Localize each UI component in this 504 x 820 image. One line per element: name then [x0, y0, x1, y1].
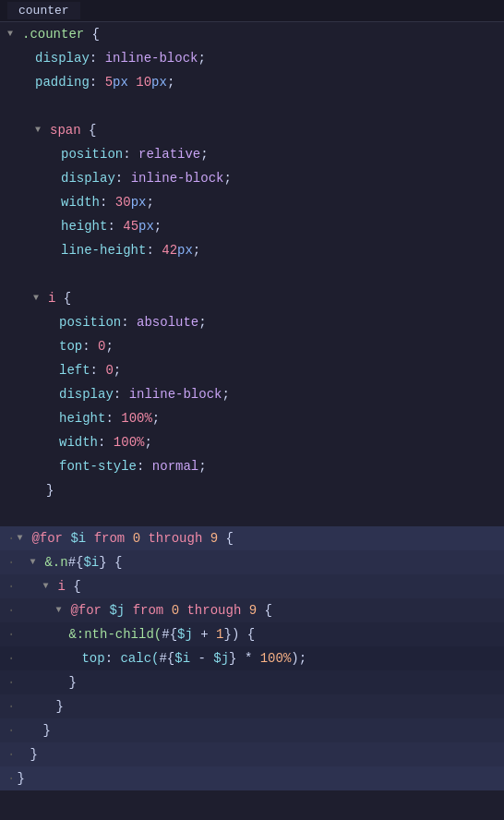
line-32: · }: [0, 766, 504, 790]
line-15: left: 0;: [0, 358, 504, 382]
code-text: top: [59, 334, 82, 358]
line-31: · }: [0, 742, 504, 766]
code-text: height: [61, 214, 107, 238]
line-2: display: inline-block;: [0, 46, 504, 70]
line-11: [0, 262, 504, 286]
line-22: · @for $i from 0 through 9 {: [0, 526, 504, 550]
code-editor: .counter { display: inline-block; paddin…: [0, 22, 504, 820]
code-text: width: [61, 190, 100, 214]
tab-label: counter: [18, 4, 69, 18]
line-34: }: [0, 814, 504, 820]
line-13: position: absolute;: [0, 310, 504, 334]
code-text: display: [59, 382, 114, 406]
line-10: line-height: 42px;: [0, 238, 504, 262]
collapse-triangle[interactable]: [55, 598, 68, 622]
code-text: left: [59, 358, 90, 382]
line-1: .counter {: [0, 22, 504, 46]
line-12: i {: [0, 286, 504, 310]
line-7: display: inline-block;: [0, 166, 504, 190]
collapse-triangle[interactable]: [35, 118, 48, 142]
topbar: counter: [0, 0, 504, 22]
line-3: padding: 5px 10px;: [0, 70, 504, 94]
line-5: span {: [0, 118, 504, 142]
line-9: height: 45px;: [0, 214, 504, 238]
line-4: [0, 94, 504, 118]
code-text: font-style: [59, 454, 137, 478]
code-text: {: [84, 22, 100, 46]
line-29: · }: [0, 694, 504, 718]
code-text: span: [50, 118, 81, 142]
line-18: width: 100%;: [0, 430, 504, 454]
line-23: · &.n#{$i} {: [0, 550, 504, 574]
line-27: · top: calc(#{$i - $j} * 100%);: [0, 646, 504, 670]
line-16: display: inline-block;: [0, 382, 504, 406]
code-text: display: [35, 46, 90, 70]
collapse-triangle[interactable]: [33, 286, 46, 310]
line-17: height: 100%;: [0, 406, 504, 430]
code-text: width: [59, 430, 98, 454]
code-text: position: [59, 310, 121, 334]
code-text: line-height: [61, 238, 146, 262]
line-33: [0, 790, 504, 814]
line-28: · }: [0, 670, 504, 694]
code-text: display: [61, 166, 115, 190]
line-8: width: 30px;: [0, 190, 504, 214]
line-25: · @for $j from 0 through 9 {: [0, 598, 504, 622]
line-19: font-style: normal;: [0, 454, 504, 478]
code-text: .counter: [22, 22, 84, 46]
line-21: [0, 502, 504, 526]
collapse-triangle[interactable]: [42, 574, 55, 598]
line-14: top: 0;: [0, 334, 504, 358]
code-text: height: [59, 406, 105, 430]
line-30: · }: [0, 718, 504, 742]
collapse-triangle[interactable]: [7, 22, 20, 46]
line-26: · &:nth-child(#{$j + 1}) {: [0, 622, 504, 646]
code-text: i: [48, 286, 55, 310]
code-text: position: [61, 142, 123, 166]
line-24: · i {: [0, 574, 504, 598]
collapse-triangle[interactable]: [30, 550, 42, 574]
line-6: position: relative;: [0, 142, 504, 166]
collapse-triangle[interactable]: [17, 526, 30, 550]
code-text: padding: [35, 70, 90, 94]
line-20: }: [0, 478, 504, 502]
file-tab[interactable]: counter: [7, 2, 80, 19]
